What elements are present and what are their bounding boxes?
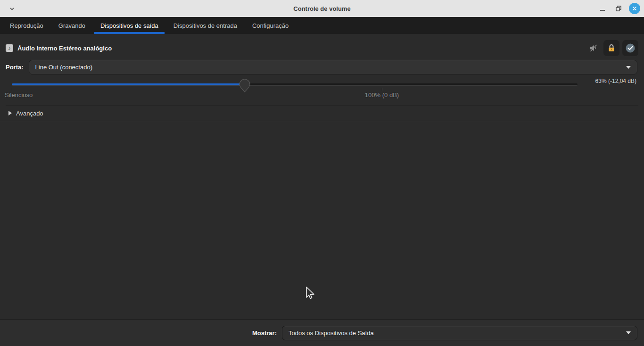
restore-button[interactable] [613,3,624,14]
device-name: Áudio interno Estéreo analógico [17,45,112,52]
music-note-icon: ♪ [6,44,13,52]
advanced-expander[interactable]: Avançado [0,106,644,121]
minimize-icon [599,5,606,12]
separator [0,121,644,121]
close-icon [632,6,637,11]
mark-silencioso-label: Silencioso [5,91,33,99]
show-label: Mostrar: [252,330,277,337]
speaker-muted-icon [589,43,598,53]
mute-toggle-button[interactable] [586,41,601,55]
lock-icon [607,44,616,52]
port-dropdown-value: Line Out (conectado) [35,64,92,71]
triangle-right-icon [8,111,12,115]
advanced-label: Avançado [16,110,43,117]
tab-input-devices[interactable]: Dispositivos de entrada [167,17,243,34]
close-button[interactable] [629,3,640,14]
volume-slider-zone: 63% (-12,04 dB) Silencioso 100% (0 dB) [0,78,644,105]
slider-handle-icon [239,79,250,92]
restore-icon [615,5,622,12]
minimize-button[interactable] [597,3,608,14]
tab-configuration[interactable]: Configuração [246,17,295,34]
tab-bar: Reprodução Gravando Dispositivos de saíd… [0,17,644,34]
tab-recording[interactable]: Gravando [52,17,91,34]
tick-silencioso [12,88,12,91]
titlebar: Controle de volume [0,0,644,17]
chevron-down-icon [626,66,631,69]
window-title: Controle de volume [0,5,644,12]
tab-output-devices[interactable]: Dispositivos de saída [94,17,165,34]
lock-channels-button[interactable] [603,40,619,56]
volume-value-label: 63% (-12,04 dB) [595,78,636,84]
check-circle-icon [625,43,636,53]
volume-slider-handle[interactable] [239,79,250,94]
port-label: Porta: [6,64,24,71]
port-dropdown[interactable]: Line Out (conectado) [29,60,637,74]
show-devices-value: Todos os Dispositivos de Saída [289,330,374,337]
mark-100-label: 100% (0 dB) [365,91,399,99]
volume-slider[interactable] [12,83,578,85]
window-controls [597,3,640,14]
chevron-down-icon [9,6,15,12]
chevron-down-icon [626,331,631,334]
window-menu-button[interactable] [6,2,18,15]
tab-playback[interactable]: Reprodução [4,17,50,34]
device-header: ♪ Áudio interno Estéreo analógico [6,40,638,57]
port-row: Porta: Line Out (conectado) [6,60,637,74]
output-devices-panel: ♪ Áudio interno Estéreo analógico Po [0,40,644,325]
set-default-device-button[interactable] [622,40,638,56]
volume-slider-fill [12,83,245,85]
footer-bar: Mostrar: Todos os Dispositivos de Saída [0,319,644,346]
tick-100 [382,88,382,91]
show-devices-dropdown[interactable]: Todos os Dispositivos de Saída [282,326,637,340]
